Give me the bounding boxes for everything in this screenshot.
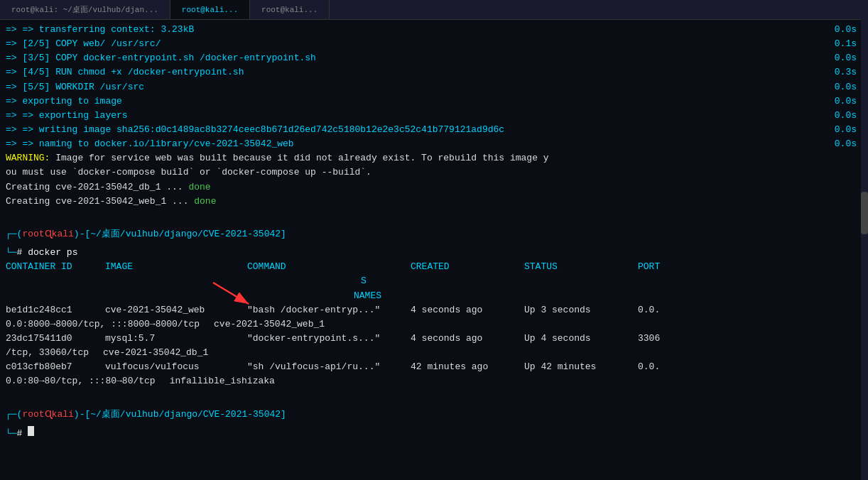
prompt-bracket-end-1: ] xyxy=(281,227,286,241)
ps-row2-a: 23dc175411d0 mysql:5.7 "docker-entrypoin… xyxy=(6,332,862,346)
ps-row2-ports2: /tcp, 33060/tcp xyxy=(6,346,89,360)
warning-line-2: ou must use `docker-compose build` or `d… xyxy=(6,165,862,180)
ps-row2-id: 23dc175411d0 xyxy=(6,332,105,346)
ps-row3-a: c013cfb80eb7 vulfocus/vulfocus "sh /vulf… xyxy=(6,360,862,374)
build-line-4: => [4/5] RUN chmod +x /docker-entrypoint… xyxy=(6,65,862,80)
ps-row2-status: Up 4 seconds xyxy=(524,332,638,346)
terminal-content: => => transferring context: 3.23kB 0.0s … xyxy=(0,20,868,444)
prompt-cmd-line-2: └─# xyxy=(6,426,862,441)
creating-web-status: done xyxy=(194,195,216,209)
ps-row1-created: 4 seconds ago xyxy=(411,303,524,317)
prompt-bracket-open-2: ┌─( xyxy=(6,408,22,422)
build-line-8: => => writing image sha256:d0c1489ac8b32… xyxy=(6,123,862,137)
prompt-line-2: ┌─(rootɊkali)-[~/桌面/vulhub/django/CVE-20… xyxy=(6,408,862,422)
build-arrow-3: => [3/5] COPY docker-entrypoint.sh /dock… xyxy=(6,51,316,65)
build-arrow-4: => [4/5] RUN chmod +x /docker-entrypoint… xyxy=(6,65,244,80)
ps-col-ports: PORT xyxy=(638,260,660,274)
prompt-path-1: ~/桌面/vulhub/django/CVE-2021-35042 xyxy=(90,227,281,241)
build-line-9: => => naming to docker.io/library/cve-20… xyxy=(6,137,862,151)
prompt-bracket-open-1: ┌─( xyxy=(6,227,22,241)
scrollbar[interactable] xyxy=(861,0,868,480)
timing-2: 0.1s xyxy=(835,37,862,51)
ps-col-status: STATUS xyxy=(524,260,638,274)
ps-subheader-line: S xyxy=(6,274,862,288)
ps-row2-cmd: "docker-entrypoint.s..." xyxy=(247,332,411,346)
terminal-window: root@kali: ~/桌面/vulhub/djan... root@kali… xyxy=(0,0,868,480)
ps-col-names: S xyxy=(6,274,367,288)
ps-row2-created: 4 seconds ago xyxy=(411,332,524,346)
build-arrow-1: => => transferring context: 3.23kB xyxy=(6,23,194,37)
ps-col-id: CONTAINER ID xyxy=(6,260,105,274)
creating-db-label: Creating cve-2021-35042_db_1 ... xyxy=(6,180,188,195)
ps-row3-ports: 0.0. xyxy=(638,360,660,374)
creating-web-line: Creating cve-2021-35042_web_1 ... done xyxy=(6,195,862,209)
build-line-7: => => exporting layers 0.0s xyxy=(6,109,862,123)
ps-row1-ports: 0.0. xyxy=(638,303,660,317)
ps-row1-status: Up 3 seconds xyxy=(524,303,638,317)
creating-db-line: Creating cve-2021-35042_db_1 ... done xyxy=(6,180,862,195)
ps-row3-name: infallible_ishizaka xyxy=(156,374,275,388)
prompt-hash-2: # xyxy=(17,427,28,441)
ps-col-image: IMAGE xyxy=(105,260,247,274)
build-arrow-2: => [2/5] COPY web/ /usr/src/ xyxy=(6,37,161,51)
prompt-hash-1: # xyxy=(17,246,28,260)
scroll-thumb[interactable] xyxy=(861,192,868,234)
ps-subheader-names: NAMES xyxy=(6,289,862,303)
build-line-1: => => transferring context: 3.23kB 0.0s xyxy=(6,23,862,37)
ps-row3-status: Up 42 minutes xyxy=(524,360,638,374)
ps-row1-ports2: 0.0:8000→8000/tcp, :::8000→8000/tcp xyxy=(6,317,200,332)
build-arrow-6: => exporting to image xyxy=(6,94,122,109)
ps-row2-b: /tcp, 33060/tcp cve-2021-35042_db_1 xyxy=(6,346,862,360)
ps-header-line: CONTAINER ID IMAGE COMMAND CREATED STATU… xyxy=(6,260,862,274)
prompt-user-2: rootɊkali xyxy=(22,408,73,422)
tab-2[interactable]: root@kali... xyxy=(170,0,250,19)
creating-web-label: Creating cve-2021-35042_web_1 ... xyxy=(6,195,194,209)
ps-row1-a: be1d1c248cc1 cve-2021-35042_web "bash /d… xyxy=(6,303,862,317)
build-arrow-8: => => writing image sha256:d0c1489ac8b32… xyxy=(6,123,504,137)
prompt-path-2: ~/桌面/vulhub/django/CVE-2021-35042 xyxy=(90,408,281,422)
ps-row3-cmd: "sh /vulfocus-api/ru..." xyxy=(247,360,411,374)
creating-db-status: done xyxy=(188,180,210,195)
timing-5: 0.0s xyxy=(835,80,862,94)
ps-row2-ports: 3306 xyxy=(638,332,660,346)
warning-line: WARNING: Image for service web was built… xyxy=(6,151,862,165)
prompt-bracket-close-2: )-[ xyxy=(74,408,90,422)
tab-bar: root@kali: ~/桌面/vulhub/djan... root@kali… xyxy=(0,0,868,20)
tab-1[interactable]: root@kali: ~/桌面/vulhub/djan... xyxy=(0,0,170,19)
prompt-branch-1: └─ xyxy=(6,246,17,260)
ps-row3-b: 0.0:80→80/tcp, :::80→80/tcp infallible_i… xyxy=(6,374,862,388)
tab-3[interactable]: root@kali... xyxy=(250,0,330,19)
ps-row1-b: 0.0:8000→8000/tcp, :::8000→8000/tcp cve-… xyxy=(6,317,862,332)
prompt-bracket-end-2: ] xyxy=(281,408,286,422)
blank-line-2 xyxy=(6,389,862,403)
timing-8: 0.0s xyxy=(835,123,862,137)
ps-row2-name: cve-2021-35042_db_1 xyxy=(89,346,208,360)
ps-row3-image: vulfocus/vulfocus xyxy=(105,360,247,374)
warning-label: WARNING: xyxy=(6,153,55,163)
timing-4: 0.3s xyxy=(835,65,862,80)
prompt-branch-2: └─ xyxy=(6,427,17,441)
ps-row1-cmd: "bash /docker-entryp..." xyxy=(247,303,411,317)
blank-line-1 xyxy=(6,209,862,223)
ps-row3-id: c013cfb80eb7 xyxy=(6,360,105,374)
ps-col-created: CREATED xyxy=(411,260,524,274)
timing-9: 0.0s xyxy=(835,137,862,151)
prompt-user-1: rootɊkali xyxy=(22,227,73,241)
build-arrow-9: => => naming to docker.io/library/cve-20… xyxy=(6,137,294,151)
build-arrow-5: => [5/5] WORKDIR /usr/src xyxy=(6,80,144,94)
build-line-2: => [2/5] COPY web/ /usr/src/ 0.1s xyxy=(6,37,862,51)
warning-text: Image for service web was built because … xyxy=(55,153,548,163)
prompt-bracket-close-1: )-[ xyxy=(74,227,90,241)
ps-row1-image: cve-2021-35042_web xyxy=(105,303,247,317)
timing-7: 0.0s xyxy=(835,109,862,123)
ps-row3-created: 42 minutes ago xyxy=(411,360,524,374)
ps-row2-image: mysql:5.7 xyxy=(105,332,247,346)
timing-6: 0.0s xyxy=(835,94,862,109)
ps-col-command: COMMAND xyxy=(247,260,411,274)
ps-names-label: NAMES xyxy=(354,289,381,303)
ps-row1-name: cve-2021-35042_web_1 xyxy=(200,317,325,332)
build-line-5: => [5/5] WORKDIR /usr/src 0.0s xyxy=(6,80,862,94)
build-line-6: => exporting to image 0.0s xyxy=(6,94,862,109)
build-line-3: => [3/5] COPY docker-entrypoint.sh /dock… xyxy=(6,51,862,65)
timing-3: 0.0s xyxy=(835,51,862,65)
